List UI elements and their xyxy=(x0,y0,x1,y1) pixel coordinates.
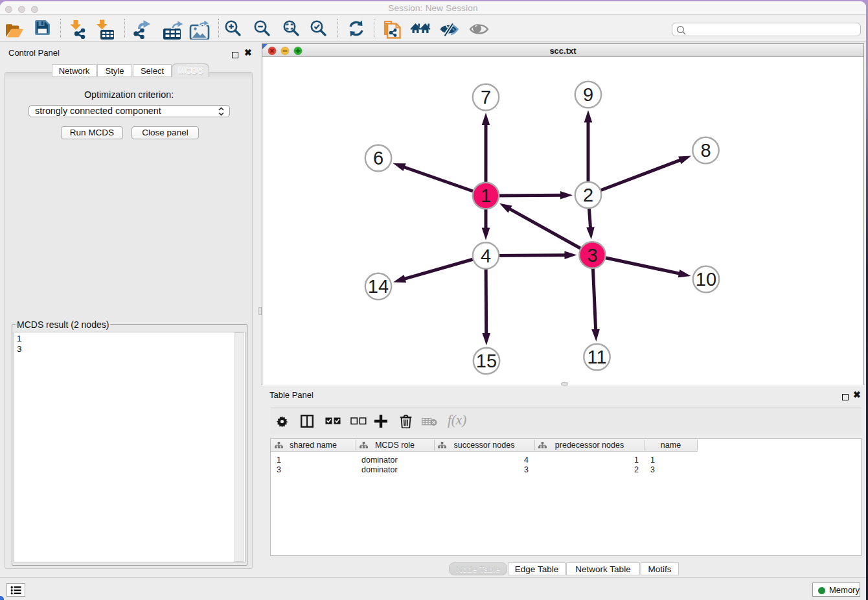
svg-text:1: 1 xyxy=(481,185,491,206)
svg-text:3: 3 xyxy=(587,245,597,266)
svg-text:4: 4 xyxy=(481,246,491,266)
svg-text:6: 6 xyxy=(373,148,383,168)
svg-text:15: 15 xyxy=(476,351,497,371)
svg-text:8: 8 xyxy=(700,140,711,161)
svg-text:2: 2 xyxy=(583,185,593,205)
svg-text:10: 10 xyxy=(696,269,716,290)
svg-text:14: 14 xyxy=(368,276,389,297)
svg-text:11: 11 xyxy=(587,347,606,367)
svg-text:7: 7 xyxy=(481,87,491,108)
svg-text:9: 9 xyxy=(583,84,593,105)
